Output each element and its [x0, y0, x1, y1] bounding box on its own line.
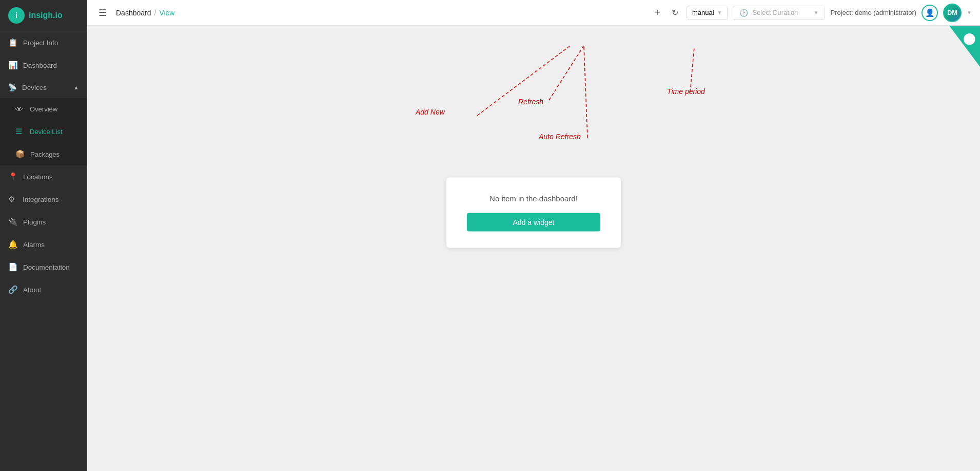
sidebar-item-label: Project Info: [23, 39, 58, 47]
overview-icon: 👁: [15, 105, 25, 114]
alarms-icon: 🔔: [8, 240, 18, 249]
sidebar-item-dashboard[interactable]: 📊 Dashboard: [0, 54, 87, 77]
topbar: ☰ Dashboard / View + ↻ manual ▼ 🕐 Select…: [87, 0, 980, 26]
dashboard-content: Add New Refresh Auto Refresh Time period…: [87, 26, 980, 471]
sidebar-item-label: Plugins: [23, 218, 46, 226]
sidebar-item-device-list[interactable]: ☰ Device List: [0, 120, 87, 143]
svg-line-2: [584, 47, 587, 138]
sidebar-item-label: Documentation: [23, 263, 70, 271]
duration-placeholder: Select Duration: [752, 9, 798, 16]
user-caret-icon[interactable]: ▼: [967, 10, 972, 15]
plugins-icon: 🔌: [8, 217, 18, 227]
user-avatar-button[interactable]: 👤: [922, 5, 938, 21]
sidebar-item-label: About: [23, 286, 41, 294]
documentation-icon: 📄: [8, 262, 18, 272]
sidebar: i insigh.io 📋 Project Info 📊 Dashboard 📡…: [0, 0, 87, 471]
sidebar-item-overview[interactable]: 👁 Overview: [0, 98, 87, 120]
breadcrumb-current[interactable]: View: [159, 9, 174, 17]
sidebar-item-label: Integrations: [23, 196, 59, 203]
devices-submenu: 👁 Overview ☰ Device List 📦 Packages: [0, 98, 87, 165]
clock-icon: 🕐: [739, 9, 748, 17]
duration-select[interactable]: 🕐 Select Duration ▼: [733, 6, 825, 20]
mode-caret-icon: ▼: [717, 10, 722, 15]
annotation-refresh: Refresh: [518, 98, 543, 106]
add-widget-button[interactable]: Add a widget: [467, 213, 600, 232]
device-list-icon: ☰: [15, 127, 25, 136]
sidebar-item-label: Alarms: [23, 241, 45, 249]
project-info-icon: 📋: [8, 38, 18, 47]
empty-message: No item in the dashboard!: [467, 194, 600, 203]
mode-select[interactable]: manual ▼: [687, 6, 728, 20]
mode-label: manual: [692, 9, 714, 16]
about-icon: 🔗: [8, 285, 18, 294]
hamburger-icon: ☰: [99, 7, 107, 18]
sidebar-item-about[interactable]: 🔗 About: [0, 278, 87, 301]
sidebar-item-integrations[interactable]: ⚙ Integrations: [0, 188, 87, 211]
annotation-time-period: Time period: [667, 87, 705, 96]
svg-line-3: [690, 47, 694, 92]
locations-icon: 📍: [8, 172, 18, 181]
breadcrumb-separator: /: [154, 9, 156, 17]
packages-icon: 📦: [15, 149, 25, 159]
sidebar-item-project-info[interactable]: 📋 Project Info: [0, 31, 87, 54]
annotation-auto-refresh: Auto Refresh: [539, 133, 581, 141]
empty-dashboard-card: No item in the dashboard! Add a widget: [446, 178, 621, 248]
devices-icon: 📡: [8, 83, 17, 91]
annotation-add-new: Add New: [416, 108, 445, 116]
annotation-layer: [87, 26, 980, 471]
integrations-icon: ⚙: [8, 195, 17, 204]
breadcrumb-main[interactable]: Dashboard: [116, 9, 151, 17]
duration-caret-icon: ▼: [814, 10, 819, 15]
plus-icon: +: [654, 7, 660, 18]
chevron-up-icon: ▲: [73, 84, 79, 90]
user-avatar-icon: DM: [947, 9, 957, 16]
sidebar-item-plugins[interactable]: 🔌 Plugins: [0, 211, 87, 233]
user-icon: 👤: [925, 8, 935, 17]
refresh-icon: ↻: [672, 8, 678, 17]
menu-toggle-button[interactable]: ☰: [95, 5, 110, 21]
sidebar-item-label: Locations: [23, 173, 53, 181]
logo[interactable]: i insigh.io: [0, 0, 87, 31]
breadcrumb: Dashboard / View: [116, 9, 645, 17]
sidebar-item-devices[interactable]: 📡 Devices ▲: [0, 77, 87, 98]
top-right-decoration: ⬤: [949, 26, 980, 67]
sidebar-item-label: Devices: [22, 84, 47, 91]
dashboard-icon: 📊: [8, 61, 18, 70]
project-label: Project: demo (administrator): [830, 9, 916, 16]
sidebar-item-documentation[interactable]: 📄 Documentation: [0, 256, 87, 278]
sidebar-item-packages[interactable]: 📦 Packages: [0, 143, 87, 165]
sidebar-item-label: Dashboard: [23, 62, 57, 69]
topbar-actions: + ↻ manual ▼ 🕐 Select Duration ▼ Project…: [651, 4, 972, 22]
deco-triangle: [949, 26, 980, 67]
logo-icon: i: [8, 7, 25, 24]
sidebar-item-label: Device List: [30, 128, 63, 136]
sidebar-item-locations[interactable]: 📍 Locations: [0, 165, 87, 188]
sidebar-item-label: Packages: [30, 150, 60, 158]
deco-icon: ⬤: [963, 32, 976, 45]
sidebar-item-label: Overview: [30, 105, 57, 113]
logo-text: insigh.io: [29, 11, 63, 20]
svg-line-1: [549, 46, 583, 100]
sidebar-item-alarms[interactable]: 🔔 Alarms: [0, 233, 87, 256]
add-new-button[interactable]: +: [651, 5, 663, 21]
main-area: ☰ Dashboard / View + ↻ manual ▼ 🕐 Select…: [87, 0, 980, 471]
refresh-button[interactable]: ↻: [669, 6, 681, 20]
user-profile-button[interactable]: DM: [943, 4, 962, 22]
